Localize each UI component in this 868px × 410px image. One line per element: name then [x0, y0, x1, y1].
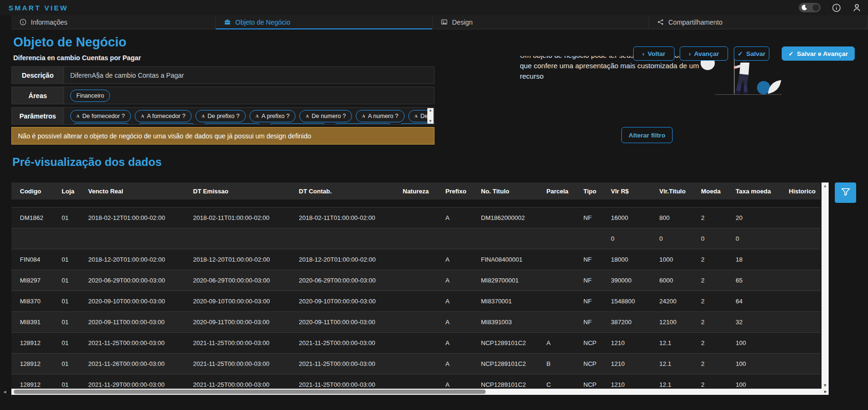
tab-compartilhamento[interactable]: Compartilhamento — [649, 15, 868, 29]
tab-bar: InformaçõesObjeto de NegócioDesignCompar… — [11, 15, 868, 29]
image-icon — [441, 18, 448, 26]
descricao-value: DiferenA§a de cambio Contas a Pagar — [64, 67, 434, 83]
chevron-left-icon: ‹ — [642, 50, 644, 57]
text-type-icon: A — [362, 114, 365, 118]
tab-label: Informações — [31, 18, 67, 26]
field-areas: Áreas Financeiro — [11, 87, 434, 104]
button-label: Voltar — [648, 50, 665, 57]
salvar-button[interactable]: ✓Salvar — [734, 46, 769, 61]
user-icon[interactable] — [852, 3, 861, 12]
chip-a-numero[interactable]: AA numero ? — [356, 110, 404, 122]
tab-design[interactable]: Design — [433, 15, 649, 29]
alterar-filtro-button[interactable]: Alterar filtro — [621, 127, 673, 143]
chip-hidden[interactable] — [267, 123, 328, 124]
chip-label: De prefixo ? — [207, 113, 239, 119]
chip-label: De fornecedor ? — [83, 113, 125, 119]
text-type-icon: A — [305, 114, 309, 118]
dark-mode-toggle[interactable] — [799, 3, 821, 12]
briefcase-icon — [224, 18, 231, 26]
info-icon[interactable] — [832, 3, 841, 12]
text-type-icon: A — [415, 114, 418, 118]
button-label: Salvar e Avançar — [797, 50, 848, 57]
tab-label: Design — [452, 18, 473, 26]
filter-panel: Um objeto de negócio pode ter seus dados… — [0, 0, 868, 410]
scroll-down-icon: ▼ — [429, 119, 433, 124]
top-bar: SMART VIEW — [0, 0, 868, 15]
check-icon: ✓ — [738, 50, 743, 57]
tab-objeto-de-negocio[interactable]: Objeto de Negócio — [216, 15, 433, 29]
chip-label: De numero ? — [312, 113, 346, 119]
avancar-button[interactable]: ›Avançar — [680, 46, 728, 61]
tab-label: Objeto de Negócio — [235, 18, 290, 26]
button-label: Avançar — [694, 50, 719, 57]
text-type-icon: A — [76, 114, 80, 118]
button-label: Salvar — [746, 50, 766, 57]
toggle-knob — [813, 4, 819, 11]
scroll-up-icon: ▲ — [429, 108, 433, 113]
chip-a-fornecedor[interactable]: AA fornecedor ? — [135, 110, 192, 122]
chip-label: A numero ? — [368, 113, 398, 119]
chip-de-prefixo[interactable]: ADe prefixo ? — [195, 110, 246, 122]
parametros-chips: ADe fornecedor ?AA fornecedor ?ADe prefi… — [70, 110, 434, 122]
text-type-icon: A — [202, 114, 205, 118]
app-logo: SMART VIEW — [9, 4, 68, 12]
chip-label: A fornecedor ? — [147, 113, 185, 119]
areas-label: Áreas — [12, 87, 64, 104]
check-icon: ✓ — [788, 50, 794, 57]
parametros-scrollbar[interactable]: ▲ ▼ — [427, 108, 434, 124]
field-descricao: Descrição DiferenA§a de cambio Contas a … — [11, 66, 434, 84]
chip-financeiro[interactable]: Financeiro — [70, 90, 110, 102]
chip-hidden[interactable] — [136, 123, 197, 124]
smart-view-app: SMART VIEW InformaçõesObjeto de NegócioD… — [0, 0, 868, 410]
tab-label: Compartilhamento — [668, 18, 722, 26]
chip-de-fornecedor[interactable]: ADe fornecedor ? — [70, 110, 131, 122]
chip-a-prefixo[interactable]: AA prefixo ? — [249, 110, 296, 122]
chip-hidden[interactable] — [332, 123, 394, 124]
warning-banner: Não é possivel alterar o objeto de negóc… — [11, 127, 434, 145]
descricao-label: Descrição — [12, 67, 64, 83]
field-parametros: Parâmetros ADe fornecedor ?AA fornecedor… — [11, 107, 434, 125]
tab-informacoes[interactable]: Informações — [11, 15, 216, 29]
chip-label: A prefixo ? — [261, 113, 289, 119]
text-type-icon: A — [256, 114, 259, 118]
text-type-icon: A — [141, 114, 144, 118]
info-icon — [19, 18, 27, 26]
chevron-right-icon: › — [689, 50, 691, 57]
chip-hidden[interactable] — [201, 123, 263, 124]
parametros-value: ADe fornecedor ?AA fornecedor ?ADe prefi… — [64, 108, 434, 124]
chip-label: Financeiro — [76, 92, 104, 99]
share-icon — [657, 18, 664, 26]
parametros-label: Parâmetros — [12, 108, 64, 124]
topbar-actions — [799, 3, 861, 12]
parametros-chips-overflow — [70, 123, 434, 124]
salvar-e-avancar-button[interactable]: ✓Salvar e Avançar — [782, 46, 855, 61]
chip-de-numero[interactable]: ADe numero ? — [299, 110, 352, 122]
areas-value: Financeiro — [64, 87, 434, 104]
chip-hidden[interactable] — [70, 123, 132, 124]
voltar-button[interactable]: ‹Voltar — [633, 46, 674, 61]
areas-chips: Financeiro — [70, 90, 110, 102]
moon-icon — [801, 4, 808, 11]
